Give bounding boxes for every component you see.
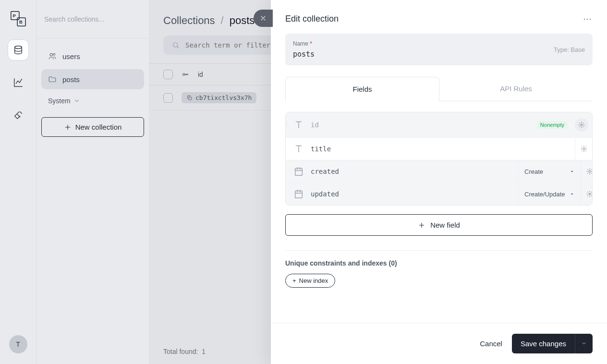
collection-type-label: Type: Base: [554, 46, 585, 53]
svg-point-11: [581, 124, 583, 126]
svg-point-16: [589, 193, 591, 195]
svg-point-4: [14, 46, 22, 49]
nav-collections[interactable]: [8, 39, 29, 61]
svg-rect-13: [295, 169, 303, 176]
collection-name-field[interactable]: Name * posts Type: Base: [285, 34, 593, 65]
field-options-button[interactable]: [575, 138, 592, 160]
new-index-button[interactable]: + New index: [285, 274, 335, 288]
field-row-created[interactable]: created Create: [286, 160, 592, 183]
nonempty-badge: Nonempty: [537, 121, 567, 129]
caret-down-icon: [569, 191, 575, 197]
close-icon: [259, 14, 267, 22]
panel-tabs: Fields API Rules: [285, 77, 593, 101]
edit-collection-panel: Edit collection ⋯ Name * posts Type: Bas…: [271, 0, 607, 364]
cancel-button[interactable]: Cancel: [480, 340, 502, 348]
nav-settings[interactable]: [8, 105, 29, 126]
fields-list: ⋮⋮ id Nonempty title created Create: [285, 112, 593, 206]
folder-icon: [48, 75, 57, 84]
svg-text:B: B: [19, 19, 22, 24]
autodate-select[interactable]: Create: [518, 160, 581, 182]
system-toggle[interactable]: System: [41, 92, 144, 109]
search-collections-input[interactable]: [44, 15, 141, 23]
caret-down-icon: [569, 169, 575, 174]
tab-fields[interactable]: Fields: [285, 77, 439, 101]
avatar[interactable]: T: [9, 335, 27, 353]
sidebar-item-label: posts: [62, 75, 80, 84]
close-panel-button[interactable]: [254, 10, 273, 27]
field-row-updated[interactable]: updated Create/Update: [286, 183, 592, 205]
svg-rect-15: [295, 191, 303, 198]
users-icon: [48, 52, 57, 61]
svg-point-6: [53, 53, 55, 55]
app-logo: P B: [9, 10, 27, 28]
svg-text:P: P: [12, 13, 16, 18]
sidebar-item-label: users: [62, 52, 80, 61]
panel-title: Edit collection: [285, 14, 339, 24]
collections-sidebar: users posts System New collection: [36, 0, 149, 364]
save-dropdown-button[interactable]: [575, 334, 593, 353]
drag-handle-icon[interactable]: ⋮⋮: [285, 122, 290, 128]
save-changes-button[interactable]: Save changes: [512, 334, 593, 353]
plus-icon: [64, 123, 72, 131]
collection-name-value: posts: [293, 50, 585, 59]
nav-rail: P B T: [0, 0, 36, 364]
chevron-down-icon: [73, 97, 80, 104]
svg-point-5: [50, 53, 52, 56]
svg-point-12: [583, 148, 585, 150]
field-row-id[interactable]: ⋮⋮ id Nonempty: [286, 112, 592, 138]
indexes-heading: Unique constraints and indexes (0): [285, 259, 593, 267]
sidebar-item-users[interactable]: users: [41, 46, 144, 66]
field-row-title[interactable]: title: [286, 138, 592, 160]
date-type-icon: [293, 166, 304, 177]
text-type-icon: [293, 144, 304, 154]
svg-point-14: [589, 170, 591, 172]
field-options-button[interactable]: [575, 118, 588, 132]
field-options-button[interactable]: [581, 183, 593, 205]
sidebar-item-posts[interactable]: posts: [41, 69, 144, 89]
date-type-icon: [293, 189, 304, 199]
tab-api-rules[interactable]: API Rules: [439, 77, 593, 101]
text-type-icon: [293, 120, 304, 130]
autodate-select[interactable]: Create/Update: [518, 183, 581, 205]
plus-icon: [418, 221, 425, 229]
field-options-button[interactable]: [581, 160, 593, 182]
nav-logs[interactable]: [8, 72, 29, 93]
chevron-down-icon: [581, 340, 587, 346]
new-field-button[interactable]: New field: [285, 214, 593, 236]
new-collection-button[interactable]: New collection: [41, 117, 144, 137]
panel-more-button[interactable]: ⋯: [583, 13, 593, 24]
